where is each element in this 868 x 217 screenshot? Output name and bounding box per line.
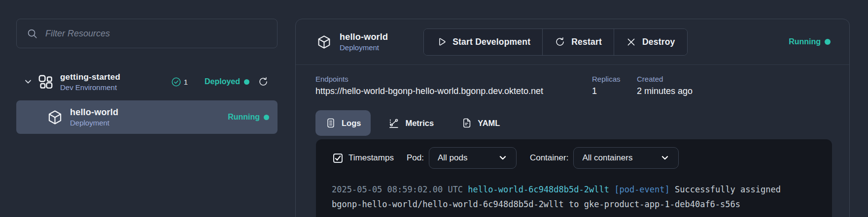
yaml-file-icon — [461, 118, 472, 128]
timestamps-checkbox[interactable] — [333, 154, 343, 163]
detail-title: hello-world — [340, 32, 388, 41]
resource-name: hello-world — [70, 108, 118, 117]
tab-metrics-label: Metrics — [405, 119, 434, 128]
logs-panel: Timestamps Pod: All pods Container: All … — [316, 139, 832, 217]
status-dot — [825, 39, 831, 45]
destroy-label: Destroy — [642, 37, 675, 47]
detail-status-text: Running — [789, 37, 821, 46]
log-timestamp: 2025-05-05 08:59:02.00 UTC — [332, 185, 463, 194]
tab-yaml[interactable]: YAML — [451, 110, 510, 136]
log-output[interactable]: 2025-05-05 08:59:02.00 UTC hello-world-6… — [316, 169, 832, 217]
environment-row-getting-started[interactable]: getting-started Dev Environment 1 Deploy… — [16, 69, 278, 94]
logs-controls: Timestamps Pod: All pods Container: All … — [316, 139, 832, 169]
detail-tabs: Logs Metrics — [315, 110, 849, 136]
created-value: 2 minutes ago — [637, 86, 830, 96]
environment-status-badge: Deployed — [205, 77, 249, 86]
meta-row: Endpoints https://hello-world-bgonp-hell… — [296, 65, 849, 96]
resource-detail-panel: hello-world Deployment Start Development — [295, 19, 850, 217]
resource-status-text: Running — [228, 113, 260, 122]
resource-kind: Deployment — [70, 119, 118, 126]
search-icon — [27, 28, 38, 39]
metrics-icon — [388, 118, 400, 129]
created-label: Created — [637, 75, 830, 83]
deployment-cube-icon — [316, 34, 332, 50]
refresh-icon[interactable] — [258, 76, 269, 87]
environment-status-text: Deployed — [205, 77, 240, 86]
action-button-group: Start Development Restart — [423, 29, 687, 56]
resource-count-badge: 1 — [171, 77, 188, 87]
pod-select-value: All pods — [438, 153, 467, 163]
tab-metrics[interactable]: Metrics — [379, 110, 444, 136]
destroy-button[interactable]: Destroy — [614, 29, 687, 55]
environment-kind: Dev Environment — [60, 84, 120, 91]
pod-label: Pod: — [407, 153, 424, 163]
restart-button[interactable]: Restart — [542, 29, 614, 55]
log-pod-name: hello-world-6c948d8b5d-2wllt — [468, 185, 609, 194]
detail-kind: Deployment — [340, 44, 388, 51]
resources-sidebar: getting-started Dev Environment 1 Deploy… — [16, 19, 278, 134]
restart-label: Restart — [571, 37, 602, 47]
log-event-tag: [pod-event] — [614, 185, 670, 194]
resource-status-badge: Running — [228, 113, 269, 122]
environment-name: getting-started — [60, 73, 120, 81]
tab-yaml-label: YAML — [478, 119, 500, 128]
endpoints-label: Endpoints — [315, 75, 592, 83]
status-dot — [264, 115, 269, 120]
replicas-label: Replicas — [592, 75, 637, 83]
tab-logs[interactable]: Logs — [315, 110, 371, 136]
filter-resources-box[interactable] — [16, 19, 278, 48]
timestamps-label[interactable]: Timestamps — [348, 153, 394, 163]
play-icon — [436, 36, 447, 47]
resource-row-hello-world[interactable]: hello-world Deployment Running — [16, 100, 278, 134]
chevron-down-icon — [660, 153, 670, 163]
container-select-value: All containers — [582, 153, 632, 163]
chevron-down-icon[interactable] — [24, 77, 33, 86]
start-development-label: Start Development — [452, 37, 530, 47]
status-dot — [244, 79, 249, 85]
start-development-button[interactable]: Start Development — [424, 29, 542, 55]
deployment-cube-icon — [47, 109, 63, 125]
logs-icon — [325, 118, 336, 128]
filter-resources-input[interactable] — [45, 29, 267, 39]
detail-header: hello-world Deployment Start Development — [296, 19, 849, 65]
tab-logs-label: Logs — [342, 119, 361, 128]
endpoint-url[interactable]: https://hello-world-bgonp-hello-world.bg… — [315, 86, 592, 96]
container-label: Container: — [530, 153, 568, 163]
pod-select[interactable]: All pods — [429, 147, 517, 169]
restart-icon — [555, 36, 565, 47]
detail-status-badge: Running — [789, 37, 831, 46]
container-select[interactable]: All containers — [573, 147, 679, 169]
log-entry: 2025-05-05 08:59:02.00 UTC hello-world-6… — [332, 182, 800, 212]
check-circle-icon — [171, 77, 181, 87]
close-icon — [626, 37, 636, 47]
resource-count: 1 — [184, 78, 188, 86]
dev-environment-icon — [37, 74, 54, 90]
replicas-value: 1 — [592, 86, 637, 96]
chevron-down-icon — [498, 153, 508, 163]
